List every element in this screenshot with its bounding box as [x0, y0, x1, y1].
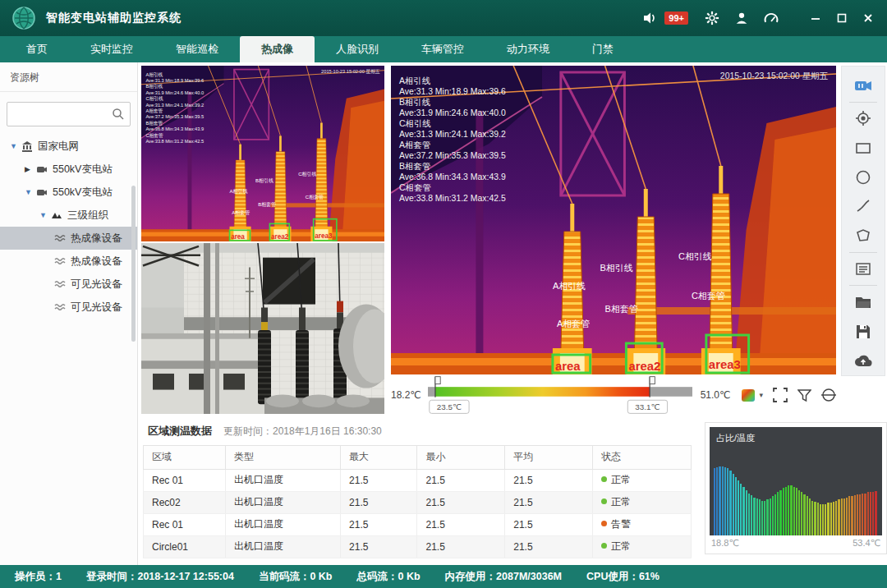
cloud-upload-tool[interactable] [847, 346, 880, 375]
user-icon[interactable] [733, 10, 751, 26]
tab-power-environment[interactable]: 动力环境 [485, 36, 571, 62]
alarm-count-badge[interactable]: 99+ [664, 11, 688, 25]
sidebar-scrollbar[interactable] [131, 186, 136, 342]
thermal-camera-feed-small[interactable]: area area2 area3 A相引线 A相套管 B相引线 B相套管 C相引… [141, 66, 384, 241]
table-row[interactable]: Rec02 出机口温度 21.5 21.5 21.5 正常 [144, 491, 692, 513]
point-measure-tool[interactable] [847, 104, 880, 134]
area-label: area3 [709, 357, 741, 371]
area-label: area [555, 359, 581, 373]
report-list-tool[interactable] [847, 255, 880, 284]
histogram-bar [814, 502, 816, 535]
fullscreen-icon[interactable] [773, 388, 788, 402]
svg-text:C相套管: C相套管 [399, 183, 431, 192]
tree-item-visible-device-2[interactable]: 可见光设备 [0, 296, 137, 319]
expander-icon[interactable]: ▼ [25, 188, 36, 196]
video-record-tool[interactable] [847, 71, 880, 100]
tab-home[interactable]: 首页 [5, 36, 69, 62]
circle-tool[interactable] [847, 163, 880, 192]
histogram-bar [822, 504, 824, 535]
histogram-bar [724, 467, 726, 535]
line-tool[interactable] [847, 191, 880, 221]
chart-x-max-label: 53.4℃ [853, 538, 880, 549]
performance-gauge-icon[interactable] [762, 10, 780, 26]
app-title: 智能变电站辅助监控系统 [46, 11, 182, 25]
chevron-down-icon[interactable]: ▾ [759, 391, 763, 399]
svg-text:Ave:36.8 Min:34.3 Max:43.9: Ave:36.8 Min:34.3 Max:43.9 [399, 172, 506, 181]
temperature-gradient-bar[interactable]: 23.5℃ 33.1℃ [428, 373, 694, 417]
isotherm-icon[interactable] [821, 388, 836, 402]
visible-light-camera-feed[interactable] [141, 243, 384, 414]
svg-text:Ave:33.8 Min:31.2 Max:42.5: Ave:33.8 Min:31.2 Max:42.5 [399, 194, 506, 203]
tree-item-level3-org[interactable]: ▼ 三级组织 [0, 204, 137, 227]
histogram-bar [848, 496, 850, 535]
camera-timestamp: 2015-10-23 15:02:00 星期五 [321, 68, 380, 74]
expander-icon[interactable]: ▼ [39, 211, 51, 219]
status-operator: 操作员：1 [15, 570, 62, 584]
tab-face-recognition[interactable]: 人脸识别 [315, 36, 400, 62]
histogram-bar [803, 494, 805, 535]
tree-item-state-grid[interactable]: ▼ 国家电网 [0, 135, 137, 158]
close-button[interactable] [857, 8, 879, 28]
table-row[interactable]: Rec 01 出机口温度 21.5 21.5 21.5 告警 [144, 513, 692, 535]
expander-icon[interactable]: ▶ [25, 165, 36, 173]
col-header-status: 状态 [592, 446, 691, 469]
search-icon[interactable] [112, 108, 125, 121]
rectangle-tool[interactable] [847, 133, 880, 163]
polygon-tool[interactable] [847, 221, 880, 250]
filter-icon[interactable] [797, 388, 811, 402]
thermal-camera-feed-large[interactable]: area area2 area3 A相引线 A相套管 B相引线 B相套管 C相引… [391, 66, 836, 374]
histogram-bar [748, 494, 750, 535]
histogram-bar [867, 492, 869, 535]
status-cpu: CPU使用：61% [586, 570, 660, 584]
tab-realtime-monitor[interactable]: 实时监控 [69, 36, 154, 62]
histogram-bar [761, 501, 763, 535]
temperature-histogram-panel: 占比/温度 18.8℃ 53.4℃ [705, 416, 887, 558]
maximize-button[interactable] [831, 8, 853, 28]
settings-gear-icon[interactable] [703, 10, 721, 26]
cell-max: 21.5 [341, 469, 417, 491]
svg-text:23.5℃: 23.5℃ [437, 402, 462, 411]
histogram-bar [751, 495, 752, 535]
histogram-bar [727, 468, 728, 535]
open-folder-tool[interactable] [847, 287, 880, 317]
phase-label: C相引线 [678, 251, 712, 261]
save-tool[interactable] [847, 317, 880, 347]
tree-item-thermal-device-2[interactable]: 热成像设备 [0, 250, 137, 273]
histogram-bar [835, 501, 837, 535]
group-icon [51, 209, 62, 221]
histogram-bar [838, 499, 839, 535]
area-temperature-panel: 区域测温数据 更新时间：2018年1月16日 16:30:30 区域 类型 最大… [141, 416, 700, 558]
alarm-sound-icon[interactable] [641, 10, 660, 26]
tab-smart-inspection[interactable]: 智能巡检 [154, 36, 240, 62]
table-row[interactable]: Rec 01 出机口温度 21.5 21.5 21.5 正常 [144, 469, 692, 491]
tab-access-control[interactable]: 门禁 [571, 36, 635, 62]
svg-text:Ave:37.2 Min:35.3 Max:39.5: Ave:37.2 Min:35.3 Max:39.5 [145, 114, 204, 119]
tree-item-thermal-device-1[interactable]: 热成像设备 [0, 227, 137, 250]
minimize-button[interactable] [805, 8, 826, 28]
histogram-bar [801, 492, 802, 535]
palette-selector[interactable] [742, 389, 755, 402]
temperature-scale-bar: 18.2℃ [391, 374, 836, 414]
chart-title: 占比/温度 [716, 432, 755, 444]
histogram-bar [729, 471, 731, 535]
histogram-bar [722, 466, 724, 535]
histogram-bar [796, 488, 797, 535]
expander-icon[interactable]: ▼ [10, 142, 21, 150]
wave-icon [54, 278, 66, 290]
tab-thermal-imaging[interactable]: 热成像 [240, 36, 315, 62]
histogram-bar [764, 501, 765, 535]
tree-item-substation-2[interactable]: ▼ 550kV变电站 [0, 181, 137, 204]
histogram-bar [719, 466, 720, 535]
tree-item-substation-1[interactable]: ▶ 550kV变电站 [0, 158, 137, 181]
svg-text:Ave:31.3 Min:18.9 Max:39.6: Ave:31.3 Min:18.9 Max:39.6 [145, 78, 204, 83]
status-badge: 正常 [611, 474, 631, 485]
table-row[interactable]: Circle01 出机口温度 21.5 21.5 21.5 正常 [144, 535, 692, 558]
scale-max-label: 51.0℃ [701, 389, 731, 401]
tree-item-visible-device-1[interactable]: 可见光设备 [0, 273, 137, 296]
app-logo-icon [11, 6, 36, 30]
col-header-min: 最小 [417, 446, 505, 469]
histogram-bar [738, 480, 739, 535]
phase-label: B相引线 [600, 263, 633, 273]
tab-vehicle-control[interactable]: 车辆管控 [400, 36, 485, 62]
svg-text:B相套管: B相套管 [145, 120, 163, 126]
